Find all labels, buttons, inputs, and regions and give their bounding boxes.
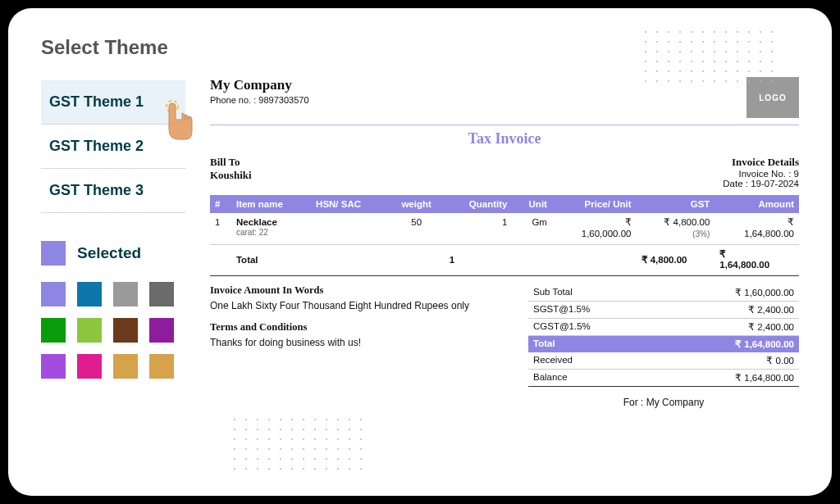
summary-total-row: Total₹ 1,64,800.00 <box>528 336 799 352</box>
color-swatch-6[interactable] <box>113 318 138 343</box>
summary-row: Sub Total₹ 1,60,000.00 <box>528 284 799 302</box>
col-item: Item name <box>231 195 311 213</box>
color-swatch-10[interactable] <box>113 354 138 379</box>
summary-row: Balance₹ 1,64,800.00 <box>528 370 799 387</box>
divider <box>210 125 799 125</box>
color-swatch-1[interactable] <box>77 282 102 306</box>
invoice-details-label: Invoice Details <box>732 156 799 168</box>
color-swatch-5[interactable] <box>77 318 102 343</box>
color-swatch-7[interactable] <box>149 318 174 343</box>
summary-row: Received₹ 0.00 <box>528 352 799 370</box>
col-gst: GST <box>637 195 715 213</box>
logo-placeholder: LOGO <box>746 77 799 118</box>
terms-label: Terms and Conditions <box>210 321 307 333</box>
terms-text: Thanks for doing business with us! <box>210 337 504 348</box>
color-swatch-11[interactable] <box>149 354 174 379</box>
bill-to-label: Bill To <box>210 156 240 168</box>
theme-option-3[interactable]: GST Theme 3 <box>41 169 185 213</box>
theme-list: GST Theme 1 GST Theme 2 GST Theme 3 <box>41 80 185 213</box>
invoice-details-block: Invoice Details Invoice No. : 9 Date : 1… <box>723 156 799 188</box>
item-name: Necklace <box>236 217 277 227</box>
col-qty: Quantity <box>445 195 513 213</box>
col-weight: weight <box>389 195 445 213</box>
theme-option-2[interactable]: GST Theme 2 <box>41 125 185 169</box>
color-swatch-3[interactable] <box>149 282 174 306</box>
color-swatch-8[interactable] <box>41 354 66 379</box>
table-row: 1 Necklace carat: 22 50 1 Gm ₹1,60,000.0… <box>210 213 799 244</box>
amount-words-label: Invoice Amount In Words <box>210 284 323 296</box>
page-title: Select Theme <box>41 36 185 59</box>
company-name: My Company <box>210 77 309 93</box>
invoice-notes: Invoice Amount In Words One Lakh Sixty F… <box>210 284 504 408</box>
invoice-title: Tax Invoice <box>210 130 799 148</box>
summary-block: Sub Total₹ 1,60,000.00 SGST@1.5%₹ 2,400.… <box>528 284 799 408</box>
color-swatch-4[interactable] <box>41 318 66 343</box>
bill-to-block: Bill To Koushiki <box>210 156 252 188</box>
item-subline: carat: 22 <box>236 228 268 237</box>
col-hsn: HSN/ SAC <box>311 195 388 213</box>
col-amount: Amount <box>714 195 799 213</box>
summary-row: CGST@1.5%₹ 2,400.00 <box>528 319 799 336</box>
selected-color-row: Selected <box>41 241 185 266</box>
amount-words: One Lakh Sixty Four Thousand Eight Hundr… <box>210 300 504 311</box>
theme-option-label: GST Theme 3 <box>49 182 144 198</box>
color-swatch-0[interactable] <box>41 282 66 306</box>
col-price: Price/ Unit <box>552 195 637 213</box>
col-unit: Unit <box>512 195 551 213</box>
selected-label: Selected <box>77 244 141 262</box>
theme-option-1[interactable]: GST Theme 1 <box>41 80 185 125</box>
col-idx: # <box>210 195 231 213</box>
theme-option-label: GST Theme 2 <box>49 138 144 154</box>
color-swatch-9[interactable] <box>77 354 102 379</box>
color-swatch-2[interactable] <box>113 282 138 306</box>
table-total-row: Total 1 ₹ 4,800.00 ₹1,64,800.00 <box>210 244 799 276</box>
sidebar: Select Theme GST Theme 1 GST Theme 2 GST… <box>41 36 185 479</box>
selected-swatch <box>41 241 66 266</box>
theme-option-label: GST Theme 1 <box>49 93 144 110</box>
company-phone: Phone no. : 9897303570 <box>210 95 309 105</box>
app-frame: Select Theme GST Theme 1 GST Theme 2 GST… <box>8 8 832 496</box>
bill-to-name: Koushiki <box>210 169 252 181</box>
summary-row: SGST@1.5%₹ 2,400.00 <box>528 302 799 319</box>
color-palette <box>41 282 185 379</box>
for-company: For : My Company <box>528 397 799 408</box>
invoice-preview: My Company Phone no. : 9897303570 LOGO T… <box>210 36 799 479</box>
items-table: # Item name HSN/ SAC weight Quantity Uni… <box>210 195 799 276</box>
